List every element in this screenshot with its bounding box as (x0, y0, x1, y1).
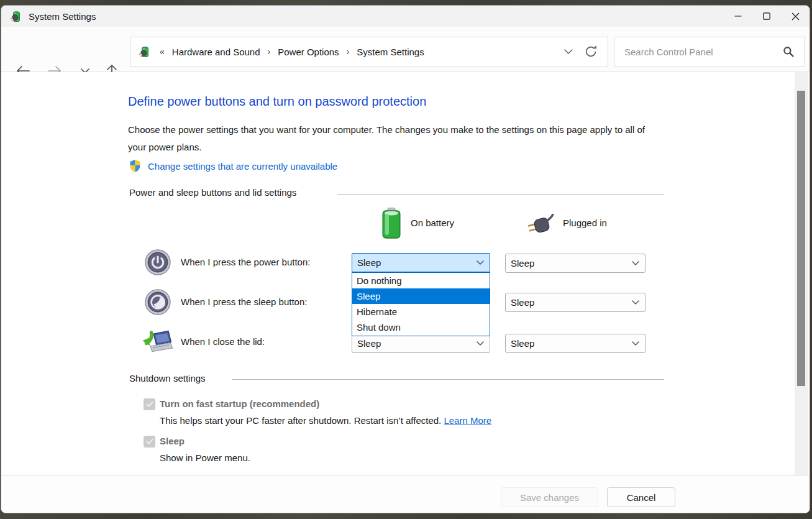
select-value: Sleep (511, 297, 632, 308)
power-section-divider (337, 194, 664, 195)
footer: Save changes Cancel (1, 475, 810, 513)
sleep-button-row-label: When I press the sleep button: (181, 296, 307, 307)
on-battery-column-header: On battery (411, 218, 454, 228)
sleep-show-checkbox[interactable] (144, 436, 155, 448)
select-value: Sleep (357, 338, 477, 349)
power-button-plugged-in-select[interactable]: Sleep (505, 254, 645, 273)
uac-link-row: Change settings that are currently unava… (129, 159, 337, 173)
breadcrumb-hardware-and-sound[interactable]: Hardware and Sound (172, 47, 260, 57)
check-icon (146, 401, 153, 408)
breadcrumb-prefix: « (160, 47, 165, 57)
power-button-row-label: When I press the power button: (181, 257, 310, 267)
page-content: Define power buttons and turn on passwor… (1, 72, 810, 475)
power-button-on-battery-select[interactable]: Sleep (352, 253, 490, 272)
dropdown-option-hibernate[interactable]: Hibernate (352, 304, 490, 319)
save-changes-button[interactable]: Save changes (501, 487, 598, 507)
check-icon (146, 438, 153, 445)
plug-icon (527, 214, 558, 235)
breadcrumb-separator: › (268, 47, 271, 57)
sleep-show-label: Sleep (160, 436, 185, 446)
cancel-button[interactable]: Cancel (607, 487, 675, 507)
search-box (614, 37, 805, 67)
shutdown-section-divider (232, 379, 664, 380)
address-app-icon (139, 45, 152, 58)
search-input[interactable] (624, 47, 783, 57)
power-button-icon (145, 249, 171, 275)
chevron-down-icon (632, 261, 639, 265)
page-intro: Choose the power settings that you want … (128, 121, 660, 156)
close-lid-row-label: When I close the lid: (181, 336, 265, 347)
chevron-down-icon (477, 260, 484, 265)
breadcrumb: « Hardware and Sound › Power Options › S… (160, 47, 564, 57)
select-value: Sleep (357, 257, 477, 268)
search-icon (783, 46, 794, 57)
close-button[interactable] (781, 6, 810, 27)
dropdown-option-sleep[interactable]: Sleep (352, 288, 490, 304)
caption-buttons (724, 6, 810, 27)
plugged-in-column-header: Plugged in (563, 218, 607, 228)
close-lid-on-battery-select[interactable]: Sleep (352, 334, 490, 353)
power-button-dropdown-list: Do nothing Sleep Hibernate Shut down (352, 272, 490, 336)
fast-startup-checkbox[interactable] (144, 398, 155, 410)
page-title: Define power buttons and turn on passwor… (128, 94, 426, 109)
shutdown-section-title: Shutdown settings (129, 373, 206, 384)
address-bar[interactable]: « Hardware and Sound › Power Options › S… (130, 37, 608, 67)
scrollbar-thumb[interactable] (797, 91, 805, 386)
close-icon (791, 12, 800, 21)
chevron-down-icon (564, 49, 573, 54)
window-title: System Settings (29, 11, 96, 22)
uac-shield-icon (129, 159, 142, 173)
power-options-app-icon (11, 10, 23, 22)
minimize-icon (734, 12, 742, 20)
breadcrumb-separator: › (347, 47, 350, 57)
dropdown-option-shut-down[interactable]: Shut down (352, 319, 490, 335)
battery-icon (382, 208, 401, 239)
refresh-button[interactable] (584, 45, 598, 58)
chevron-down-icon (632, 300, 639, 305)
maximize-icon (763, 12, 770, 20)
system-settings-window: System Settings (1, 5, 810, 513)
refresh-icon (584, 45, 598, 58)
close-lid-plugged-in-select[interactable]: Sleep (505, 334, 645, 353)
chevron-down-icon (632, 341, 639, 346)
breadcrumb-power-options[interactable]: Power Options (278, 47, 339, 57)
address-dropdown-button[interactable] (564, 49, 573, 54)
select-value: Sleep (511, 258, 632, 269)
fast-startup-label: Turn on fast startup (recommended) (160, 398, 319, 409)
titlebar: System Settings (1, 6, 810, 27)
sleep-button-plugged-in-select[interactable]: Sleep (505, 293, 645, 312)
breadcrumb-system-settings[interactable]: System Settings (357, 47, 424, 57)
change-settings-unavailable-link[interactable]: Change settings that are currently unava… (148, 161, 337, 172)
dropdown-option-do-nothing[interactable]: Do nothing (352, 273, 490, 288)
close-lid-icon (142, 329, 173, 357)
vertical-scrollbar[interactable] (795, 72, 808, 475)
search-button[interactable] (783, 46, 794, 57)
sleep-show-description: Show in Power menu. (160, 452, 250, 463)
power-section-title: Power and sleep buttons and lid settings (129, 187, 296, 198)
select-value: Sleep (511, 338, 632, 349)
navigation-toolbar: « Hardware and Sound › Power Options › S… (1, 27, 810, 72)
minimize-button[interactable] (724, 6, 752, 27)
maximize-button[interactable] (752, 6, 781, 27)
learn-more-link[interactable]: Learn More (444, 415, 491, 426)
chevron-down-icon (477, 341, 484, 346)
fast-startup-description: This helps start your PC faster after sh… (160, 415, 491, 426)
sleep-button-icon (145, 289, 171, 315)
